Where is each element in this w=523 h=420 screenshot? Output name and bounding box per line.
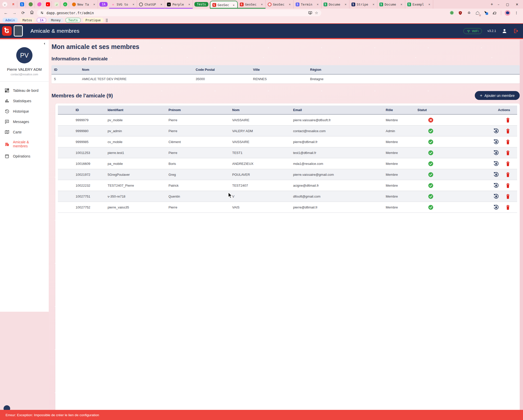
tab-close-icon[interactable]: ✕ [372, 3, 375, 6]
tab-close-icon[interactable]: ✕ [93, 3, 96, 6]
reset-password-button[interactable] [493, 128, 499, 134]
sidebar-item-statistiques[interactable]: Statistiques [0, 96, 49, 106]
delete-member-button[interactable] [505, 150, 511, 155]
sidebar-item-historique[interactable]: Historique [0, 106, 49, 116]
bookmark-apps-grid-icon[interactable]: ⣿ [106, 18, 108, 22]
bookmark-star-icon[interactable]: ☆ [315, 11, 318, 15]
gmail-pinned-tab[interactable]: M [10, 1, 17, 8]
home-button[interactable] [28, 10, 35, 15]
browser-tab[interactable]: ChatGP✕ [137, 0, 165, 9]
tab-close-icon[interactable]: ✕ [316, 3, 319, 6]
url-bar[interactable]: dapp.geosector.fr/admin ☆ [37, 10, 321, 16]
browser-tab[interactable]: ✳Perple✕ [165, 0, 193, 9]
tab-favicon: G [212, 3, 216, 7]
delete-member-button[interactable] [505, 204, 511, 210]
new-tab-button[interactable]: + [487, 2, 496, 7]
tab-close-icon[interactable]: ✕ [232, 3, 235, 7]
url-text[interactable]: dapp.geosector.fr/admin [46, 11, 306, 15]
browser-tab[interactable]: New Ta✕ [70, 0, 98, 9]
reset-password-button[interactable] [493, 204, 499, 210]
delete-member-button[interactable] [505, 128, 511, 134]
member-nom: VAIS [232, 205, 293, 209]
close-button[interactable]: ✕ [516, 3, 518, 6]
sidebar-item-tableau-de-bord[interactable]: Tableau de bord [0, 85, 49, 96]
bookmark-money[interactable]: Money [48, 18, 63, 23]
map-app-pinned-tab[interactable]: ◿ [53, 1, 60, 8]
bookmark-ia[interactable]: IA [37, 18, 46, 23]
tab-title: GeoSec [218, 3, 231, 7]
member-email: mda1@resalice.com [293, 162, 386, 166]
browser-tab[interactable]: ✳SVG to✕ [109, 0, 137, 9]
browser-menu-button[interactable]: ⋮ [514, 10, 519, 15]
bookmark-tests[interactable]: Tests [65, 18, 81, 23]
browser-tab[interactable]: GGeoSec✕ [266, 0, 294, 9]
delete-member-button[interactable] [505, 194, 511, 199]
tab-group-label-tests[interactable]: Tests [194, 2, 208, 7]
bookmark-pratique[interactable]: Pratique [83, 18, 104, 23]
tab-close-icon[interactable]: ✕ [428, 3, 431, 6]
browser-tab[interactable]: GGeoSec✕ [210, 1, 238, 9]
tab-close-icon[interactable]: ✕ [132, 3, 135, 6]
pink-app-pinned-tab[interactable] [36, 1, 43, 8]
delete-member-button[interactable] [505, 117, 511, 123]
page-title: Mon amicale et ses membres [52, 43, 520, 50]
sidebar-item-messages[interactable]: Messages [0, 116, 49, 127]
youtube-pinned-tab[interactable]: ▸ [44, 1, 52, 8]
shield-icon[interactable] [458, 10, 463, 15]
sidebar-item-amicale-membres[interactable]: Amicale & membres [0, 137, 49, 151]
tab-close-icon[interactable]: ✕ [344, 3, 347, 6]
adguard-icon[interactable] [449, 10, 454, 15]
delete-member-button[interactable] [505, 161, 511, 166]
delete-member-button[interactable] [505, 139, 511, 145]
puzzle-icon[interactable] [492, 10, 497, 15]
reset-password-button[interactable] [493, 139, 499, 145]
back-button[interactable]: ← [3, 11, 9, 15]
browser-tab[interactable]: SStripe✕ [349, 0, 377, 9]
delete-member-button[interactable] [505, 183, 511, 188]
sidebar-collapse-button[interactable]: ‹ [44, 41, 45, 45]
forward-button[interactable]: → [11, 11, 18, 15]
tab-close-icon[interactable]: ✕ [260, 3, 263, 6]
recycle-icon[interactable]: ♻ [466, 10, 471, 15]
profile-avatar[interactable] [505, 10, 510, 16]
browser-tab[interactable]: STermin✕ [294, 0, 322, 9]
reset-password-button[interactable] [493, 150, 499, 155]
browser-tab[interactable]: SDocume✕ [377, 0, 405, 9]
add-member-button[interactable]: + Ajouter un membre [475, 91, 520, 100]
reload-button[interactable]: ⟳ [20, 10, 26, 15]
site-settings-icon[interactable] [40, 11, 44, 15]
geosector-logo-icon[interactable]: G [2, 26, 12, 36]
bookmark-admin[interactable]: Admin [3, 18, 18, 23]
reset-password-button[interactable] [493, 172, 499, 177]
user-icon[interactable] [502, 28, 507, 34]
logout-icon[interactable] [513, 28, 518, 34]
reset-password-button[interactable] [493, 194, 499, 199]
browser-tab[interactable]: GGeoSec✕ [238, 0, 266, 9]
tab-close-icon[interactable]: ✕ [400, 3, 403, 6]
tab-close-icon[interactable]: ✕ [160, 3, 163, 6]
install-icon[interactable] [308, 11, 312, 15]
members-table-header: IDIdentifiantPrénomNomEmailRôleStatutAct… [58, 106, 517, 115]
reset-password-button[interactable] [493, 161, 499, 166]
sidebar-item-op-rations[interactable]: Opérations [0, 151, 49, 161]
pen-tool-icon[interactable] [484, 10, 489, 15]
tab-search-button[interactable]: ⌄ [1, 0, 9, 9]
leaf-app-pinned-tab[interactable] [27, 1, 35, 8]
bookmark-matos[interactable]: Matos [20, 18, 35, 23]
column-header: ID [52, 65, 79, 74]
tab-favicon [139, 3, 143, 6]
tab-group-label-ia[interactable]: IA [99, 2, 108, 7]
tab-close-icon[interactable]: ✕ [188, 3, 191, 6]
home-badge-icon[interactable]: 1 [475, 10, 480, 15]
page-scrollbar[interactable] [520, 40, 523, 410]
minimize-button[interactable]: – [498, 3, 499, 6]
delete-member-button[interactable] [505, 172, 511, 177]
browser-tab[interactable]: SExempl✕ [405, 0, 433, 9]
maximize-button[interactable]: ▢ [506, 3, 509, 6]
sidebar-item-carte[interactable]: Carte [0, 127, 49, 137]
whatsapp-pinned-tab[interactable]: ✆ [61, 1, 69, 8]
reset-password-button[interactable] [493, 183, 499, 188]
tab-close-icon[interactable]: ✕ [288, 3, 291, 6]
calendar-pinned-tab[interactable]: 1 [18, 1, 26, 8]
browser-tab[interactable]: SDocume✕ [322, 0, 349, 9]
